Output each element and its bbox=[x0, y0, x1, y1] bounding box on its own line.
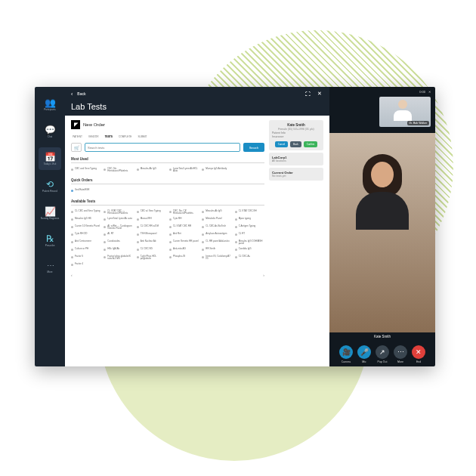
test-item[interactable]: Measles Ab IgG bbox=[202, 210, 231, 215]
close-icon[interactable]: ✕ bbox=[316, 90, 323, 97]
test-item[interactable]: Factor 4 bbox=[71, 263, 100, 268]
test-item[interactable]: RR Smith bbox=[202, 248, 231, 253]
test-item[interactable]: CL STAT CBC RR bbox=[169, 225, 199, 230]
rail-todays-visit[interactable]: 📅Today's Visit bbox=[39, 147, 61, 170]
video-more-button[interactable]: ⋯More bbox=[394, 345, 407, 363]
test-item[interactable]: CBC, No, CP Hematocrit/Platelets bbox=[169, 210, 199, 215]
back-arrow-icon[interactable]: ‹ bbox=[71, 91, 73, 97]
test-item[interactable]: CL RT bbox=[235, 233, 264, 238]
test-item[interactable]: Carrier Genetic RR panel bbox=[169, 240, 199, 246]
status-dot-icon bbox=[169, 218, 172, 221]
horiz-scroll[interactable]: ‹› bbox=[71, 273, 264, 277]
patient-sub: Female (31) 555-1996 (31 y/o) bbox=[272, 128, 320, 131]
test-item[interactable]: Mpox typing bbox=[235, 218, 264, 223]
test-item[interactable]: Measles Ab IgG bbox=[137, 168, 166, 173]
test-label: CBC w/ Sero Typing bbox=[141, 210, 161, 212]
test-label: Carrier Genetic RR panel bbox=[173, 240, 199, 243]
test-item[interactable]: C Antigen Typing bbox=[235, 225, 264, 230]
test-item[interactable]: Sed Rate/ESR bbox=[71, 189, 100, 194]
test-item[interactable]: Mumps IgG Antibody bbox=[202, 168, 231, 173]
test-item[interactable]: Measles IgG HS bbox=[71, 218, 100, 223]
test-item[interactable]: Factor 9 bbox=[71, 255, 100, 261]
test-item[interactable]: Cyto RH bbox=[169, 218, 199, 223]
cancel-button[interactable]: Cancel bbox=[275, 141, 288, 147]
tab-tests[interactable]: TESTS bbox=[105, 135, 113, 138]
test-item[interactable]: CL CBC NG bbox=[137, 248, 166, 253]
test-item[interactable]: T-ghr Phos HDL pa/globulin bbox=[137, 255, 166, 261]
status-dot-icon bbox=[104, 256, 106, 258]
test-item[interactable]: Carrier 10 Genetic Panel bbox=[71, 225, 100, 230]
video-close-icon[interactable]: ✕ bbox=[428, 90, 431, 94]
status-dot-icon bbox=[169, 168, 172, 171]
rail-prescribe[interactable]: ℞Prescribe bbox=[39, 229, 61, 252]
test-item[interactable]: AL RT bbox=[104, 233, 133, 238]
test-item[interactable]: Factor/ phos globulin/K ratio A-1 MS bbox=[104, 255, 133, 261]
test-item[interactable]: Anti Ret bbox=[169, 233, 199, 238]
video-camera-button[interactable]: 🎥Camera bbox=[339, 345, 353, 363]
video-mic-button[interactable]: 🎤Mic bbox=[357, 345, 371, 363]
test-item[interactable]: CBC, No Hematocrit/Platelets bbox=[104, 168, 133, 173]
test-item[interactable]: Phospho-IG bbox=[169, 255, 199, 261]
rail-chat[interactable]: 💬Chat bbox=[39, 120, 61, 143]
test-item[interactable]: CBC w/ Sero Typing bbox=[137, 210, 166, 215]
test-item[interactable]: CL STAT CBC.NH bbox=[235, 210, 264, 215]
test-item[interactable]: Cyto RH DD bbox=[71, 233, 100, 238]
status-dot-icon bbox=[169, 233, 172, 236]
test-item[interactable]: CL CBC and Sero Typing bbox=[71, 210, 100, 215]
test-item[interactable]: LymeTotal Lyme Ab auto bbox=[104, 218, 133, 223]
test-item[interactable]: Manual RH bbox=[137, 218, 166, 223]
search-button[interactable]: Search bbox=[243, 143, 264, 152]
tab-vendor[interactable]: VENDOR bbox=[88, 135, 99, 138]
rail-more[interactable]: ⋯More bbox=[39, 256, 61, 279]
rail-participants[interactable]: 👥Participants bbox=[39, 93, 61, 116]
confirm-button[interactable]: Confirm bbox=[304, 141, 318, 147]
tab-complete[interactable]: COMPLETE bbox=[119, 135, 132, 138]
pip-video[interactable]: Dr. Bob Walker bbox=[379, 97, 431, 127]
tab-patient[interactable]: PATIENT bbox=[73, 135, 82, 138]
test-item[interactable]: Candida IgG bbox=[235, 248, 264, 253]
test-label: TSH Monopanel bbox=[141, 233, 157, 235]
video-pop-out-button[interactable]: ↗Pop Out bbox=[376, 345, 389, 363]
test-item[interactable]: Anti Nuclear Ab bbox=[137, 240, 166, 246]
back-pill-button[interactable]: Back bbox=[290, 141, 301, 147]
back-button[interactable]: Back bbox=[77, 91, 85, 96]
tab-submit[interactable]: SUBMIT bbox=[138, 135, 147, 138]
test-item[interactable]: Immun IG, Cosblomy/A7 IG bbox=[202, 255, 231, 261]
test-item[interactable]: Amylase Autoantigen bbox=[202, 233, 231, 238]
test-item[interactable]: CL RR panel Add-on/ox bbox=[202, 240, 231, 246]
test-item[interactable]: Metabolic Panel bbox=[202, 218, 231, 223]
test-item[interactable]: Anti-mito AG bbox=[169, 248, 199, 253]
test-item[interactable]: TSH Monopanel bbox=[137, 233, 166, 238]
main-video[interactable] bbox=[329, 133, 435, 332]
test-item[interactable]: Culture or PH bbox=[71, 248, 100, 253]
search-input[interactable] bbox=[85, 143, 240, 152]
cart-icon[interactable]: 🛒 bbox=[71, 143, 82, 152]
test-item[interactable]: Candiosides bbox=[104, 240, 133, 246]
status-dot-icon bbox=[71, 256, 73, 258]
test-item[interactable]: CL STAT CBC — Hematocrit/Platelets bbox=[104, 210, 133, 215]
expand-icon[interactable]: ⛶ bbox=[304, 90, 311, 97]
test-label: Candiosides bbox=[107, 240, 120, 243]
test-label: Anti-mito AG bbox=[173, 248, 186, 250]
test-item[interactable]: HBc IgM Ab bbox=[104, 248, 133, 253]
test-label: CL CBC.As bbox=[239, 255, 250, 258]
test-label: AL RT bbox=[107, 233, 113, 235]
test-item[interactable]: Anti Centromere bbox=[71, 240, 100, 246]
test-item[interactable]: CL CBC.As BioTech bbox=[202, 225, 231, 230]
status-dot-icon bbox=[169, 241, 172, 243]
test-label: Metabolic Panel bbox=[206, 218, 221, 220]
test-item[interactable]: CL CBC RR w/Diff bbox=[137, 225, 166, 230]
status-dot-icon bbox=[104, 218, 106, 221]
test-item[interactable]: CL CBC.As bbox=[235, 255, 264, 261]
test-item[interactable]: CBC and Sero Typing bbox=[71, 168, 100, 173]
status-dot-icon bbox=[202, 226, 204, 228]
scroll-right-icon[interactable]: › bbox=[263, 273, 264, 277]
scroll-left-icon[interactable]: ‹ bbox=[71, 273, 73, 277]
test-item[interactable]: Measles IgG CGH/MSH panel bbox=[235, 240, 264, 246]
status-dot-icon bbox=[202, 218, 204, 221]
test-item[interactable]: AL w/Ret — Cardiogram Genetic Panel bbox=[104, 225, 133, 230]
rail-nursing[interactable]: 📈Nursing Diagnosis bbox=[39, 202, 61, 224]
video-end-button[interactable]: ✕End bbox=[412, 345, 425, 363]
test-item[interactable]: LymeTotal Lyme Ab/HCL Auto bbox=[169, 168, 199, 173]
rail-patient-record[interactable]: ⟲Patient Record bbox=[39, 175, 61, 197]
